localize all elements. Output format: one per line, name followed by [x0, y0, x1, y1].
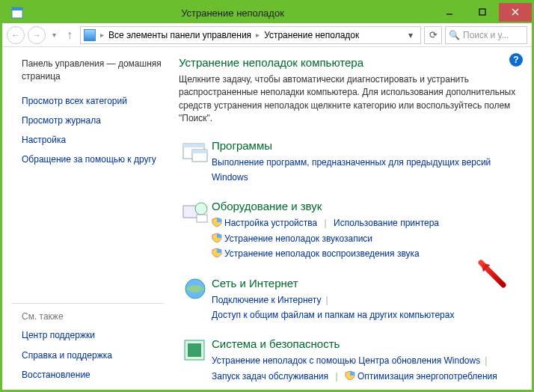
breadcrumb[interactable]: ▸ Все элементы панели управления ▸ Устра…: [80, 26, 421, 44]
up-button[interactable]: ↑: [62, 28, 77, 43]
link-windows-update[interactable]: Устранение неполадок с помощью Центра об…: [212, 355, 480, 366]
back-button[interactable]: ←: [7, 26, 25, 44]
category-title[interactable]: Сеть и Интернет: [212, 277, 521, 290]
refresh-button[interactable]: ⟳: [424, 26, 442, 44]
titlebar: Устранение неполадок: [2, 2, 532, 23]
shield-icon: [212, 217, 222, 227]
category-system: Система и безопасность Устранение непола…: [179, 337, 521, 384]
breadcrumb-current[interactable]: Устранение неполадок: [264, 30, 359, 40]
system-icon: [179, 337, 212, 367]
shield-icon: [345, 370, 355, 381]
breadcrumb-root[interactable]: Все элементы панели управления: [108, 30, 251, 40]
hardware-icon: [179, 200, 212, 230]
address-bar: ← → ▾ ↑ ▸ Все элементы панели управления…: [2, 23, 532, 47]
category-title[interactable]: Программы: [212, 139, 521, 152]
close-button[interactable]: [499, 3, 532, 22]
page-title: Устранение неполадок компьютера: [179, 56, 521, 69]
window-title: Устранение неполадок: [32, 7, 433, 19]
search-input[interactable]: 🔍 Поиск и у...: [445, 26, 527, 44]
svg-rect-3: [479, 9, 485, 15]
minimize-button[interactable]: [433, 3, 466, 22]
link-compat-programs[interactable]: Выполнение программ, предназначенных для…: [212, 157, 491, 183]
see-also-help[interactable]: Справка и поддержка: [22, 349, 164, 361]
svg-point-11: [195, 203, 207, 215]
link-internet[interactable]: Подключение к Интернету: [212, 295, 322, 305]
svg-rect-12: [197, 215, 207, 222]
link-maintenance[interactable]: Запуск задач обслуживания: [212, 371, 328, 382]
link-audio-rec[interactable]: Устранение неполадок звукозаписи: [224, 233, 372, 244]
category-hardware: Оборудование и звук Настройка устройства…: [179, 200, 521, 261]
search-icon: 🔍: [449, 30, 460, 40]
sidebar-link-history[interactable]: Просмотр журнала: [22, 114, 164, 126]
chevron-right-icon: ▸: [256, 31, 260, 39]
intro-text: Щелкните задачу, чтобы автоматически диа…: [179, 73, 521, 126]
link-audio-play[interactable]: Устранение неполадок воспроизведения зву…: [224, 248, 420, 259]
network-icon: [179, 277, 212, 307]
main-content: ? Устранение неполадок компьютера Щелкни…: [171, 47, 532, 390]
forward-button[interactable]: →: [28, 26, 46, 44]
svg-rect-15: [188, 343, 201, 357]
programs-icon: [179, 139, 212, 169]
link-power[interactable]: Оптимизация энергопотребления: [357, 371, 497, 382]
category-programs: Программы Выполнение программ, предназна…: [179, 139, 521, 186]
category-title[interactable]: Оборудование и звук: [212, 200, 521, 212]
history-dropdown[interactable]: ▾: [49, 31, 59, 39]
svg-rect-1: [12, 7, 22, 10]
category-network: Сеть и Интернет Подключение к Интернету|…: [179, 277, 521, 323]
maximize-button[interactable]: [466, 3, 499, 22]
sidebar-link-settings[interactable]: Настройка: [22, 134, 164, 146]
link-printer[interactable]: Использование принтера: [334, 218, 439, 228]
see-also-heading: См. также: [22, 311, 164, 322]
chevron-right-icon: ▸: [100, 31, 104, 39]
search-placeholder: Поиск и у...: [463, 30, 524, 40]
window: Устранение неполадок ← → ▾ ↑ ▸ Все элеме…: [0, 0, 534, 392]
see-also-recovery[interactable]: Восстановление: [22, 369, 164, 381]
help-icon[interactable]: ?: [509, 53, 523, 67]
app-icon: [2, 7, 32, 19]
breadcrumb-dropdown[interactable]: ▾: [404, 30, 417, 40]
category-title[interactable]: Система и безопасность: [212, 337, 521, 350]
svg-rect-9: [192, 150, 207, 153]
control-panel-icon: [84, 29, 96, 41]
svg-rect-7: [183, 144, 204, 147]
shield-icon: [212, 233, 222, 243]
sidebar-link-all-categories[interactable]: Просмотр всех категорий: [22, 95, 164, 107]
control-panel-home-link[interactable]: Панель управления — домашняя страница: [22, 58, 164, 83]
link-shared-files[interactable]: Доступ к общим файлам и папкам на других…: [212, 310, 454, 320]
sidebar-link-ask-friend[interactable]: Обращение за помощью к другу: [22, 153, 164, 165]
link-device-setup[interactable]: Настройка устройства: [224, 218, 317, 228]
shield-icon: [212, 248, 222, 258]
see-also-action-center[interactable]: Центр поддержки: [22, 329, 164, 341]
sidebar: Панель управления — домашняя страница Пр…: [2, 47, 171, 390]
